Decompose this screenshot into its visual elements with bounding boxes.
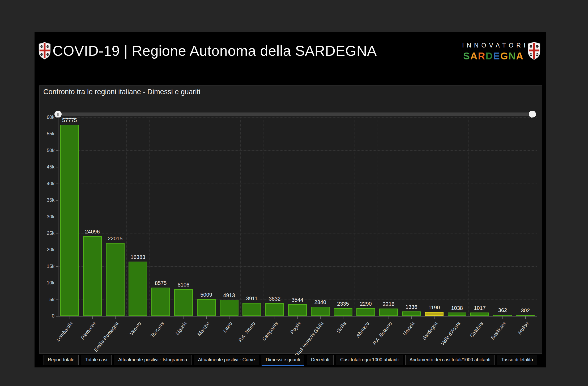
- tab-deceduti[interactable]: Deceduti: [307, 355, 334, 365]
- y-gridline: [58, 217, 537, 217]
- x-axis-tick: [297, 316, 298, 319]
- dashboard-panel: COVID-19 | Regione Autonoma della SARDEG…: [35, 32, 546, 367]
- header: COVID-19 | Regione Autonoma della SARDEG…: [35, 32, 546, 85]
- bar-basilicata[interactable]: [493, 315, 512, 316]
- innovatori-sardegna-logo: INNOVATORI SARDEGNA: [462, 42, 525, 62]
- x-gridline: [149, 117, 150, 316]
- x-axis-tick: [389, 316, 389, 319]
- bar-lombardia[interactable]: [60, 125, 79, 316]
- tab-andamento-dei-casi-totali-1000-abiitanti[interactable]: Andamento dei casi totali/1000 abiitanti: [405, 355, 495, 365]
- bar-value-label: 302: [521, 307, 530, 314]
- y-axis-label: 15k: [41, 264, 54, 269]
- bar-abruzzo[interactable]: [356, 308, 375, 316]
- tab-casi-totali-ogni-1000-abitanti[interactable]: Casi totali ogni 1000 abitanti: [336, 355, 403, 365]
- tab-totale-casi[interactable]: Totale casi: [81, 355, 112, 365]
- sardinia-coat-of-arms-icon: [527, 41, 541, 60]
- x-gridline: [446, 117, 446, 316]
- logo-sardegna-text: SARDEGNA: [462, 51, 525, 62]
- bar-calabria[interactable]: [470, 313, 489, 316]
- x-axis-label: Lazio: [222, 321, 234, 333]
- y-axis-label: 45k: [41, 164, 54, 170]
- x-gridline: [195, 117, 195, 316]
- bar-sicilia[interactable]: [334, 308, 352, 316]
- x-axis-label: Liguria: [174, 321, 188, 336]
- x-axis-tick: [525, 316, 526, 319]
- bar-sardegna[interactable]: [425, 312, 444, 316]
- x-axis-label: P.A. Bolzano: [372, 321, 393, 346]
- y-axis-line: [58, 117, 58, 316]
- logo-letter: R: [478, 51, 486, 62]
- x-axis-label: Basilicata: [490, 321, 507, 341]
- x-axis-tick: [275, 316, 275, 319]
- y-axis-label: 20k: [41, 247, 54, 253]
- y-axis-label: 0: [41, 313, 54, 319]
- logo-innovatori-text: INNOVATORI: [462, 42, 525, 49]
- bar-molise[interactable]: [516, 315, 535, 316]
- x-gridline: [126, 117, 127, 316]
- y-axis-label: 5k: [41, 297, 54, 302]
- x-gridline: [377, 117, 377, 316]
- x-gridline: [423, 117, 423, 316]
- bar-piemonte[interactable]: [83, 236, 102, 316]
- sardinia-coat-of-arms-icon: [38, 41, 51, 60]
- bar-emilia-romagna[interactable]: [106, 243, 125, 316]
- bar-value-label: 22015: [108, 236, 123, 242]
- bar-veneto[interactable]: [129, 262, 147, 316]
- logo-letter: D: [485, 51, 493, 62]
- y-axis-label: 10k: [41, 280, 54, 286]
- page-background: COVID-19 | Regione Autonoma della SARDEG…: [0, 0, 588, 386]
- bar-value-label: 1017: [474, 305, 486, 311]
- x-gridline: [468, 117, 469, 316]
- x-gridline: [355, 117, 355, 316]
- bar-value-label: 8106: [178, 282, 190, 288]
- x-axis-tick: [70, 316, 70, 319]
- x-axis-tick: [457, 316, 458, 319]
- y-gridline: [58, 150, 537, 151]
- y-axis-label: 35k: [41, 197, 54, 203]
- bar-lazio[interactable]: [220, 300, 238, 316]
- y-gridline: [58, 184, 537, 184]
- x-gridline: [537, 117, 537, 316]
- tab-tasso-di-letalit-[interactable]: Tasso di letalità: [497, 355, 537, 365]
- sardinia-coat-of-arms-icon: [38, 41, 51, 60]
- y-axis-label: 30k: [41, 214, 54, 220]
- x-axis-label: Calabria: [468, 321, 484, 339]
- bar-value-label: 16383: [131, 254, 146, 260]
- bar-puglia[interactable]: [288, 304, 307, 316]
- bar-liguria[interactable]: [174, 289, 193, 316]
- x-axis-tick: [411, 316, 412, 319]
- x-axis-tick: [138, 316, 138, 319]
- tab-attualmente-positivi-istogramma[interactable]: Attualmente positivi - Istogramma: [114, 355, 191, 365]
- tab-dimessi-e-guariti[interactable]: Dimessi e guariti: [262, 355, 304, 366]
- bar-value-label: 57775: [62, 117, 77, 123]
- y-axis-label: 25k: [41, 231, 54, 236]
- chart-panel: Confronto tra le regioni italiane - Dime…: [39, 85, 542, 354]
- x-axis-tick: [480, 316, 480, 319]
- x-gridline: [286, 117, 286, 316]
- bar-friuli-venezia-giulia[interactable]: [311, 307, 330, 316]
- bar-value-label: 2840: [314, 299, 326, 305]
- x-gridline: [263, 117, 263, 316]
- bar-marche[interactable]: [197, 299, 216, 316]
- x-axis-tick: [184, 316, 184, 319]
- bar-chart: 05k10k15k20k25k30k35k40k45k50k55k60k5777…: [40, 86, 542, 353]
- bar-value-label: 2335: [337, 301, 349, 307]
- tab-report-totale[interactable]: Report totale: [44, 355, 79, 365]
- bar-value-label: 3911: [246, 296, 258, 302]
- x-axis-label: Molise: [517, 321, 530, 336]
- logo-letter: E: [493, 51, 500, 62]
- x-gridline: [240, 117, 241, 316]
- bar-value-label: 2216: [383, 301, 395, 307]
- x-gridline: [491, 117, 491, 316]
- bar-p-a-bolzano[interactable]: [379, 309, 398, 316]
- bar-value-label: 5009: [201, 292, 212, 298]
- x-gridline: [309, 117, 309, 316]
- bar-toscana[interactable]: [151, 288, 170, 316]
- bar-valle-d-aosta[interactable]: [448, 313, 466, 316]
- bar-campania[interactable]: [265, 303, 284, 316]
- tab-attualmente-positivi-curve[interactable]: Attualmente positivi - Curve: [194, 355, 259, 365]
- bar-umbria[interactable]: [402, 311, 421, 316]
- bar-p-a-trento[interactable]: [242, 303, 261, 316]
- y-axis-label: 40k: [41, 181, 54, 187]
- x-axis-label: Puglia: [289, 321, 302, 335]
